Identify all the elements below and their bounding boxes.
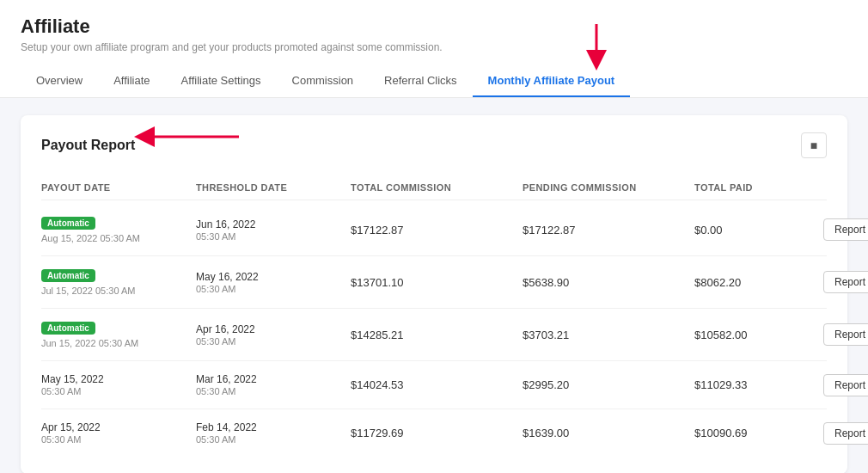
tab-referral-clicks[interactable]: Referral Clicks [369, 65, 473, 97]
actions-cell: Report Details [823, 218, 868, 241]
total-paid-cell: $0.00 [694, 224, 823, 236]
total-paid-cell: $10090.69 [694, 427, 823, 439]
tab-overview[interactable]: Overview [21, 65, 98, 97]
payout-date-cell: Apr 15, 2022 05:30 AM [41, 421, 196, 445]
table-row: Automatic Aug 15, 2022 05:30 AM Jun 16, … [41, 204, 827, 256]
payout-date-value: Jul 15, 2022 05:30 AM [41, 286, 196, 296]
payout-date-cell: Automatic Jul 15, 2022 05:30 AM [41, 268, 196, 296]
tab-affiliate-settings[interactable]: Affiliate Settings [166, 65, 277, 97]
pending-commission-cell: $17122.87 [523, 224, 694, 236]
col-payout-date: PAYOUT DATE [41, 182, 196, 193]
threshold-date-cell: Jun 16, 2022 05:30 AM [196, 218, 351, 242]
report-details-button[interactable]: Report Details [823, 422, 868, 445]
report-details-button[interactable]: Report Details [823, 271, 868, 293]
page-subtitle: Setup your own affiliate program and get… [21, 41, 847, 53]
pending-commission-cell: $2995.20 [523, 378, 694, 391]
total-paid-cell: $11029.33 [694, 378, 823, 391]
total-commission-cell: $14024.53 [351, 378, 523, 391]
col-threshold-date: THRESHOLD DATE [196, 182, 351, 193]
actions-cell: Report Details [823, 271, 868, 293]
payout-date-value: Aug 15, 2022 05:30 AM [41, 233, 196, 243]
actions-cell: Report Details [823, 323, 868, 346]
payout-date-cell: Automatic Aug 15, 2022 05:30 AM [41, 216, 196, 243]
automatic-badge: Automatic [41, 269, 95, 282]
pending-commission-cell: $1639.00 [523, 427, 694, 439]
table-row: May 15, 2022 05:30 AM Mar 16, 2022 05:30… [41, 361, 827, 409]
payout-date-cell: Automatic Jun 15, 2022 05:30 AM [41, 321, 196, 348]
card-title: Payout Report [41, 138, 135, 153]
page-title: Affiliate [21, 15, 847, 38]
actions-cell: Report Details [823, 422, 868, 445]
tab-affiliate[interactable]: Affiliate [98, 65, 165, 97]
total-commission-cell: $14285.21 [351, 329, 523, 341]
table-row: Automatic Jun 15, 2022 05:30 AM Apr 16, … [41, 309, 827, 361]
payout-report-card: Payout Report ■ PAYOUT DATE THRESHOLD DA… [21, 115, 847, 473]
threshold-date-cell: May 16, 2022 05:30 AM [196, 271, 351, 294]
actions-cell: Report Details [823, 374, 868, 396]
table-header: PAYOUT DATE THRESHOLD DATE TOTAL COMMISS… [41, 175, 827, 200]
threshold-date-cell: Mar 16, 2022 05:30 AM [196, 373, 351, 396]
total-paid-cell: $10582.00 [694, 329, 823, 341]
nav-tabs: Overview Affiliate Affiliate Settings Co… [21, 65, 847, 97]
pending-commission-cell: $3703.21 [523, 329, 694, 341]
table-row: Automatic Jul 15, 2022 05:30 AM May 16, … [41, 256, 827, 309]
threshold-date-cell: Feb 14, 2022 05:30 AM [196, 421, 351, 445]
tab-commission[interactable]: Commission [277, 65, 370, 97]
report-details-button[interactable]: Report Details [823, 218, 868, 241]
total-commission-cell: $13701.10 [351, 276, 523, 289]
report-details-button[interactable]: Report Details [823, 374, 868, 396]
col-total-commission: TOTAL COMMISSION [351, 182, 523, 193]
col-actions [823, 182, 827, 193]
automatic-badge: Automatic [41, 322, 95, 335]
threshold-date-cell: Apr 16, 2022 05:30 AM [196, 323, 351, 347]
payout-date-value: Jun 15, 2022 05:30 AM [41, 338, 196, 348]
tab-monthly-affiliate-payout[interactable]: Monthly Affiliate Payout [473, 65, 631, 97]
pending-commission-cell: $5638.90 [523, 276, 694, 289]
card-icon-button[interactable]: ■ [801, 132, 827, 158]
col-total-paid: TOTAL PAID [694, 182, 823, 193]
col-pending-commission: PENDING COMMISSION [523, 182, 694, 193]
automatic-badge: Automatic [41, 217, 95, 230]
payout-date-cell: May 15, 2022 05:30 AM [41, 373, 196, 396]
payout-table: PAYOUT DATE THRESHOLD DATE TOTAL COMMISS… [41, 175, 827, 457]
total-commission-cell: $11729.69 [351, 427, 523, 439]
total-commission-cell: $17122.87 [351, 224, 523, 236]
report-details-button[interactable]: Report Details [823, 323, 868, 346]
total-paid-cell: $8062.20 [694, 276, 823, 289]
table-row: Apr 15, 2022 05:30 AM Feb 14, 2022 05:30… [41, 409, 827, 457]
